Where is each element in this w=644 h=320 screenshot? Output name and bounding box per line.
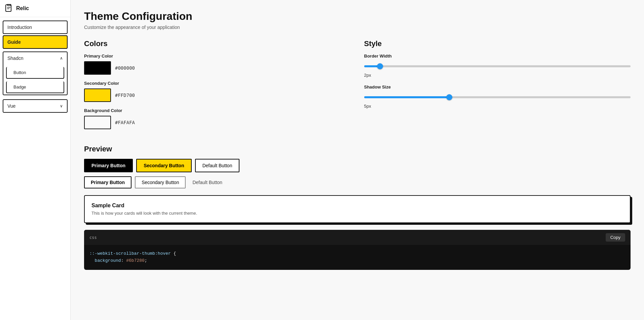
sample-card-title: Sample Card <box>91 203 623 209</box>
config-columns: Colors Primary Color #000000 Secondary C… <box>84 39 631 135</box>
primary-color-field: Primary Color #000000 <box>84 54 351 75</box>
nav-group-shadcn: Shadcn ∧ Button Badge <box>3 51 68 95</box>
preview-section: Preview Primary Button Secondary Button … <box>84 145 631 188</box>
code-line-2: background: #6b7280; <box>89 257 625 264</box>
preview-button-row-1: Primary Button Secondary Button Default … <box>84 159 631 172</box>
app-logo: Relic <box>0 0 70 17</box>
code-line-1: ::-webkit-scrollbar-thumb:hover { <box>89 250 625 257</box>
background-color-field: Background Color #FAFAFA <box>84 108 351 129</box>
code-content: ::-webkit-scrollbar-thumb:hover { backgr… <box>84 245 631 270</box>
shadow-size-thumb[interactable] <box>446 94 452 100</box>
sample-card: Sample Card This is how your cards will … <box>84 195 631 223</box>
page-title: Theme Configuration <box>84 10 631 23</box>
preview-primary-button-2[interactable]: Primary Button <box>84 176 131 188</box>
sidebar-item-badge[interactable]: Badge <box>6 81 64 93</box>
primary-color-swatch[interactable] <box>84 61 111 75</box>
preview-secondary-button-2[interactable]: Secondary Button <box>135 176 186 188</box>
border-width-track <box>364 65 631 67</box>
secondary-color-hex: #FFD700 <box>115 93 135 98</box>
preview-default-button-1[interactable]: Default Button <box>195 159 240 172</box>
code-block: css Copy ::-webkit-scrollbar-thumb:hover… <box>84 230 631 270</box>
copy-button[interactable]: Copy <box>606 233 625 242</box>
border-width-slider[interactable] <box>364 61 631 71</box>
secondary-color-field: Secondary Color #FFD700 <box>84 81 351 102</box>
code-property: background <box>89 258 121 263</box>
shadcn-subitems: Button Badge <box>3 64 67 95</box>
shadow-size-track <box>364 96 631 98</box>
border-width-field: Border Width 2px <box>364 54 631 78</box>
border-width-label: Border Width <box>364 54 631 59</box>
preview-primary-button-1[interactable]: Primary Button <box>84 159 133 172</box>
shadow-size-fill <box>364 96 450 98</box>
preview-button-row-2: Primary Button Secondary Button Default … <box>84 176 631 188</box>
style-section: Style Border Width 2px Shadow Size <box>364 39 631 135</box>
code-value: #6b7280 <box>126 258 145 263</box>
secondary-color-label: Secondary Color <box>84 81 351 86</box>
colors-section: Colors Primary Color #000000 Secondary C… <box>84 39 351 135</box>
code-lang-label: css <box>89 235 97 240</box>
colors-heading: Colors <box>84 39 351 48</box>
preview-default-button-2[interactable]: Default Button <box>189 177 226 188</box>
nav-group-vue-header[interactable]: Vue ∨ <box>3 100 67 112</box>
preview-secondary-button-1[interactable]: Secondary Button <box>136 159 192 172</box>
border-width-value: 2px <box>364 73 631 78</box>
style-heading: Style <box>364 39 631 48</box>
background-color-row: #FAFAFA <box>84 116 351 129</box>
sidebar-nav: Introduction Guide Shadcn ∧ Button Badge <box>0 17 70 116</box>
border-width-thumb[interactable] <box>377 63 383 69</box>
main-content: Theme Configuration Customize the appear… <box>71 0 644 320</box>
code-header: css Copy <box>84 230 631 245</box>
secondary-color-swatch[interactable] <box>84 88 111 102</box>
logo-icon <box>5 4 13 13</box>
shadow-size-field: Shadow Size 5px <box>364 84 631 109</box>
sidebar-item-introduction[interactable]: Introduction <box>3 21 68 34</box>
background-color-swatch[interactable] <box>84 116 111 129</box>
code-selector: ::-webkit-scrollbar-thumb:hover <box>89 251 171 256</box>
sample-card-text: This is how your cards will look with th… <box>91 211 623 216</box>
app-name: Relic <box>16 5 29 11</box>
sidebar: Relic Introduction Guide Shadcn ∧ Button… <box>0 0 71 320</box>
shadow-size-value: 5px <box>364 104 631 109</box>
chevron-up-icon: ∧ <box>60 56 63 61</box>
nav-group-shadcn-header[interactable]: Shadcn ∧ <box>3 52 67 64</box>
chevron-down-icon: ∨ <box>60 104 63 108</box>
background-color-label: Background Color <box>84 108 351 113</box>
primary-color-hex: #000000 <box>115 65 135 71</box>
sidebar-item-guide[interactable]: Guide <box>3 35 68 49</box>
secondary-color-row: #FFD700 <box>84 88 351 102</box>
nav-group-vue: Vue ∨ <box>3 99 68 113</box>
primary-color-row: #000000 <box>84 61 351 75</box>
preview-heading: Preview <box>84 145 631 153</box>
shadow-size-slider[interactable] <box>364 92 631 102</box>
background-color-hex: #FAFAFA <box>115 120 135 125</box>
shadow-size-label: Shadow Size <box>364 84 631 90</box>
page-subtitle: Customize the appearance of your applica… <box>84 25 631 30</box>
sidebar-item-button[interactable]: Button <box>6 67 64 79</box>
primary-color-label: Primary Color <box>84 54 351 59</box>
